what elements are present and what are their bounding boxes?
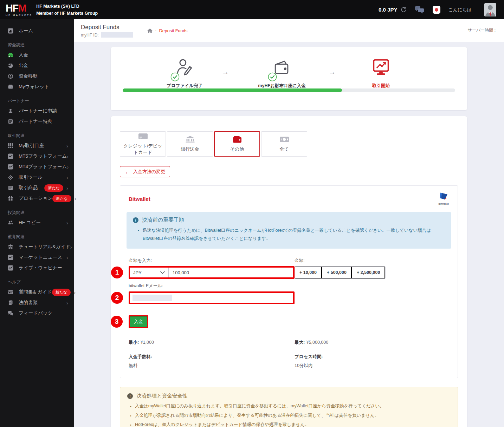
step-profile-complete: プロファイル完了	[142, 58, 227, 89]
sidebar-item-mywallet[interactable]: Myウォレット	[0, 81, 74, 92]
tab-other[interactable]: その他	[214, 131, 260, 157]
quick-amount-10000[interactable]: + 10,000	[295, 267, 322, 278]
deposit-submit-button[interactable]: 入金	[130, 316, 147, 327]
sidebar-item-legal-docs[interactable]: 法的書類 ›	[0, 297, 74, 308]
divider	[141, 24, 141, 38]
email-redacted	[133, 295, 172, 301]
chevron-right-icon: ›	[75, 196, 76, 202]
breadcrumb-current[interactable]: Deposit Funds	[159, 28, 188, 33]
quick-amount-label: 金額:	[295, 258, 449, 264]
notice-title: 決済前の重要手順	[142, 217, 184, 223]
chart-icon	[8, 255, 13, 260]
chevron-right-icon: ›	[67, 164, 69, 170]
company-info: HF Markets (SV) LTD Member of HF Markets…	[36, 3, 98, 17]
step-start-trading: 取引開始	[339, 58, 423, 89]
sidebar-item-mt5[interactable]: MT5プラットフォーム ›	[0, 151, 74, 162]
japan-flag-dot	[435, 8, 438, 12]
sidebar-item-trading-products[interactable]: 取引商品 新たな ›	[0, 183, 74, 193]
chevron-right-icon: ›	[66, 175, 68, 180]
greeting-text: こんにちは	[448, 7, 472, 13]
hfm-logo-subtext: HF MARKETS	[6, 14, 32, 17]
sidebar-item-withdraw[interactable]: 出金	[0, 60, 74, 71]
change-deposit-method-button[interactable]: ← 入金方法の変更	[120, 166, 170, 177]
chat-icon[interactable]	[415, 6, 424, 14]
arrow-left-icon: ←	[125, 169, 130, 175]
sidebar-item-partner-apply[interactable]: パートナーに申請	[0, 106, 74, 116]
email-annotation-box: 2	[129, 291, 295, 304]
quick-amount-2500000[interactable]: + 2,500,000	[352, 267, 385, 278]
annotation-1: 1	[111, 267, 123, 278]
sidebar-item-transfer[interactable]: 資金移動	[0, 71, 74, 81]
language-flag-icon[interactable]	[433, 6, 440, 14]
sidebar-item-faq[interactable]: 質問集& ガイド 新たな ›	[0, 287, 74, 297]
bitwallet-email-label: bitwallet Eメール:	[129, 283, 295, 289]
processing-time-label: プロセス時間:	[295, 354, 449, 360]
pre-payment-notice: i 決済前の重要手順 迅速な決済処理を行うために、Bitwallet口座のニック…	[127, 212, 451, 249]
sidebar-item-hf-copy[interactable]: HF コピー ›	[0, 217, 74, 228]
sidebar-section-investment: 投資関連	[0, 210, 74, 216]
sidebar-item-home[interactable]: ホーム	[0, 26, 74, 36]
documents-icon	[8, 300, 13, 306]
safety-bullet: 入金処理が承認される間の市場動向の結果により、発生する可能性のある滞在的損失に関…	[130, 412, 451, 419]
company-member: Member of HF Markets Group	[36, 10, 98, 17]
progress-fill	[123, 88, 342, 92]
myhf-id-label: myHF ID:	[81, 33, 99, 38]
chevron-right-icon: ›	[66, 185, 68, 191]
wallet-red-icon	[231, 136, 244, 143]
document-list-icon	[8, 119, 13, 124]
arrow-right-icon: →	[222, 68, 229, 76]
sidebar-item-mt4[interactable]: MT4プラットフォーム ›	[0, 162, 74, 172]
browser-icon	[8, 289, 13, 295]
sidebar-item-tutorials[interactable]: チュートリアル&ガイド ›	[0, 242, 74, 252]
method-details: 最小: ¥1,000 最大: ¥5,000,000 入金手数料: 無料 プロセス…	[127, 339, 451, 369]
sidebar-item-live-webinar[interactable]: ライブ・ウェビナー	[0, 263, 74, 273]
credit-card-icon	[136, 132, 150, 140]
transfer-icon	[8, 73, 13, 79]
refresh-balance-icon[interactable]	[401, 7, 407, 13]
bank-icon	[183, 136, 197, 143]
amount-input[interactable]	[169, 268, 287, 277]
home-icon[interactable]	[147, 28, 153, 33]
sidebar-item-deposit[interactable]: 入金	[0, 50, 74, 60]
company-name: HF Markets (SV) LTD	[36, 3, 98, 10]
safety-bullet: HotForexは、個人のクレジットまたはデビットカード情報の保存や処理を致しま…	[130, 421, 451, 427]
tab-all[interactable]: 全て	[261, 131, 307, 157]
processing-time-value: 10分以内	[295, 363, 449, 369]
bitwallet-logo: bitwallet	[438, 192, 449, 205]
new-badge: 新たな	[52, 289, 71, 296]
server-time-label: サーバー時間 :	[468, 27, 496, 33]
fee-label: 入金手数料:	[129, 354, 295, 360]
sidebar-item-my-accounts[interactable]: My取引口座 ›	[0, 140, 74, 151]
currency-select[interactable]: JPY	[130, 268, 169, 277]
sidebar-item-feedback[interactable]: フィードバック	[0, 308, 74, 318]
avatar[interactable]	[484, 3, 496, 17]
fee-value: 無料	[129, 363, 295, 369]
chevron-right-icon: ›	[66, 255, 68, 261]
top-bar: HFM HF MARKETS HF Markets (SV) LTD Membe…	[0, 0, 504, 19]
sidebar-item-promotions[interactable]: プロモーション 新たな ›	[0, 193, 74, 204]
info-icon: i	[133, 217, 138, 223]
bitwallet-logo-icon	[438, 192, 449, 201]
sidebar-item-partner-benefits[interactable]: パートナー特典	[0, 116, 74, 127]
hfm-logo[interactable]: HFM HF MARKETS	[6, 3, 32, 17]
warning-icon: !	[127, 393, 133, 399]
breadcrumb-separator: ·	[155, 28, 157, 33]
tab-credit-debit-card[interactable]: クレジット/デビットカード	[120, 131, 166, 157]
person-icon	[8, 108, 13, 114]
amount-annotation-box: 1 JPY	[129, 266, 295, 279]
sidebar: ホーム 資金調達 入金 出金 資金移動 Myウォレット パートナー パートナーに…	[0, 19, 74, 427]
step-fund-wallet: myHFお財布口座に入金	[240, 58, 324, 89]
quick-amount-500000[interactable]: + 500,000	[322, 267, 352, 278]
grid-icon	[8, 143, 13, 149]
bitwallet-title: Bitwallet	[129, 196, 150, 205]
chevron-right-icon: ›	[66, 300, 68, 306]
tab-bank-transfer[interactable]: 銀行送金	[167, 131, 213, 157]
chevron-down-icon	[160, 271, 165, 274]
min-value: ¥1,000	[141, 340, 154, 345]
chart-icon	[8, 153, 13, 159]
safety-title: 決済処理と資金安全性	[136, 393, 187, 399]
sidebar-item-market-news[interactable]: マーケットニュース ›	[0, 252, 74, 263]
cash-icon	[278, 136, 291, 143]
new-badge: 新たな	[44, 184, 63, 192]
sidebar-item-trading-tools[interactable]: 取引ツール ›	[0, 172, 74, 183]
